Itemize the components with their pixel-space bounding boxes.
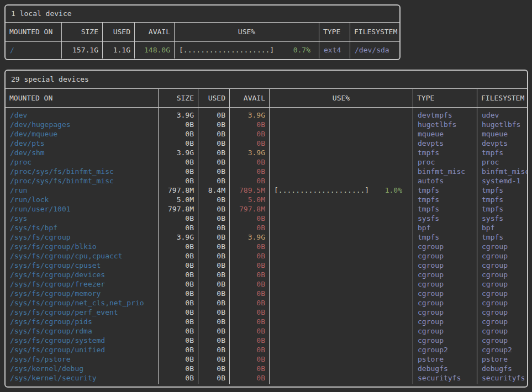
usage-cell: [270, 345, 413, 354]
filesystem-name: cgroup: [477, 317, 527, 326]
avail-value: 3.9G: [230, 148, 270, 157]
mount-point: /run/user/1001: [6, 204, 159, 214]
table-body: /dev3.9G0B3.9Gdevtmpfsudev/dev/hugepages…: [6, 108, 527, 384]
usage-bar: [....................]: [274, 186, 369, 195]
fs-type: bpf: [413, 223, 477, 232]
filesystem-name: cgroup: [477, 289, 527, 298]
mount-point: /sys/fs/cgroup/systemd: [6, 336, 159, 345]
filesystem-name: cgroup: [477, 279, 527, 289]
filesystem-name: systemd-1: [477, 176, 527, 186]
avail-value: 0B: [230, 214, 270, 223]
fs-type: tmpfs: [413, 195, 477, 204]
used-value: 0B: [198, 148, 230, 157]
filesystem-name: sysfs: [477, 214, 527, 223]
mount-point: /sys/kernel/security: [6, 373, 159, 383]
used-value: 0B: [198, 251, 230, 261]
filesystem-row: /dev/pts0B0B0Bdevptsdevpts: [6, 139, 527, 148]
filesystem-row: /sys/fs/cgroup/pids0B0B0Bcgroupcgroup: [6, 317, 527, 326]
used-value: 0B: [198, 298, 230, 308]
filesystem-row: /dev3.9G0B3.9Gdevtmpfsudev: [6, 110, 527, 120]
filesystem-name: securityfs: [477, 373, 527, 383]
fs-type: cgroup: [413, 308, 477, 317]
filesystem-row: /sys/kernel/security0B0B0Bsecurityfssecu…: [6, 373, 527, 383]
avail-value: 0B: [230, 223, 270, 232]
filesystem-row: /sys/fs/cgroup/blkio0B0B0Bcgroupcgroup: [6, 242, 527, 251]
filesystem-name: tmpfs: [477, 148, 527, 157]
used-value: 0B: [198, 279, 230, 289]
filesystem-row: /sys/fs/cgroup/freezer0B0B0Bcgroupcgroup: [6, 279, 527, 289]
size-value: 0B: [159, 308, 198, 317]
usage-cell: [270, 364, 413, 373]
mount-point: /sys: [6, 214, 159, 223]
filesystem-row: /sys/fs/pstore0B0B0Bpstorepstore: [6, 354, 527, 364]
size-value: 157.1G: [62, 42, 103, 59]
filesystem-row: /proc0B0B0Bprocproc: [6, 157, 527, 167]
filesystem-row: /run797.8M8.4M789.5M[...................…: [6, 186, 527, 195]
mount-point: /sys/fs/cgroup/rdma: [6, 326, 159, 336]
used-value: 0B: [198, 336, 230, 345]
fs-type: cgroup: [413, 251, 477, 261]
size-value: 0B: [159, 326, 198, 336]
usage-cell: [270, 110, 413, 120]
size-value: 797.8M: [159, 204, 198, 214]
size-value: 0B: [159, 176, 198, 186]
used-value: 0B: [198, 195, 230, 204]
column-header-filesystem: FILESYSTEM: [350, 23, 399, 41]
mount-point: /sys/kernel/debug: [6, 364, 159, 373]
avail-value: 0B: [230, 120, 270, 129]
avail-value: 0B: [230, 261, 270, 270]
filesystem-row: /dev/mqueue0B0B0Bmqueuemqueue: [6, 129, 527, 139]
used-value: 0B: [198, 232, 230, 242]
avail-value: 789.5M: [230, 186, 270, 195]
size-value: 0B: [159, 345, 198, 354]
fs-type: cgroup: [413, 326, 477, 336]
usage-cell: [270, 289, 413, 298]
column-header-used: USED: [198, 89, 230, 107]
mount-point: /sys/fs/cgroup/pids: [6, 317, 159, 326]
fs-type: cgroup: [413, 289, 477, 298]
size-value: 0B: [159, 336, 198, 345]
avail-value: 0B: [230, 298, 270, 308]
table-body: /157.1G1.1G148.0G[....................]0…: [6, 42, 399, 59]
fs-type: autofs: [413, 176, 477, 186]
mount-point: /sys/fs/cgroup/net_cls,net_prio: [6, 298, 159, 308]
used-value: 0B: [198, 167, 230, 176]
column-header-use-: USE%: [270, 89, 413, 107]
size-value: 5.0M: [159, 195, 198, 204]
mount-point: /run: [6, 186, 159, 195]
used-value: 1.1G: [103, 42, 135, 59]
used-value: 0B: [198, 129, 230, 139]
used-value: 0B: [198, 289, 230, 298]
avail-value: 0B: [230, 279, 270, 289]
mount-point: /sys/fs/cgroup: [6, 232, 159, 242]
filesystem-name: /dev/sda: [350, 42, 399, 59]
filesystem-name: binfmt_misc: [477, 167, 527, 176]
mount-point: /sys/fs/cgroup/memory: [6, 289, 159, 298]
used-value: 0B: [198, 373, 230, 383]
used-value: 0B: [198, 354, 230, 364]
filesystem-name: udev: [477, 110, 527, 120]
used-value: 0B: [198, 176, 230, 186]
mount-point: /dev/mqueue: [6, 129, 159, 139]
usage-cell: [270, 251, 413, 261]
size-value: 0B: [159, 373, 198, 383]
fs-type: debugfs: [413, 364, 477, 373]
column-header-type: TYPE: [413, 89, 477, 107]
mount-point: /dev/shm: [6, 148, 159, 157]
column-header-use-: USE%: [175, 23, 319, 41]
fs-type: tmpfs: [413, 204, 477, 214]
usage-cell: [270, 298, 413, 308]
filesystem-row: /sys/fs/cgroup/devices0B0B0Bcgroupcgroup: [6, 270, 527, 279]
used-value: 0B: [198, 242, 230, 251]
mount-point: /sys/fs/cgroup/cpuset: [6, 261, 159, 270]
mount-point: /sys/fs/cgroup/perf_event: [6, 308, 159, 317]
size-value: 0B: [159, 242, 198, 251]
avail-value: 0B: [230, 157, 270, 167]
filesystem-name: cgroup: [477, 270, 527, 279]
used-value: 0B: [198, 110, 230, 120]
filesystem-name: cgroup: [477, 298, 527, 308]
mount-point: /dev/hugepages: [6, 120, 159, 129]
filesystem-row: /run/user/1001797.8M0B797.8Mtmpfstmpfs: [6, 204, 527, 214]
size-value: 0B: [159, 279, 198, 289]
column-header-size: SIZE: [62, 23, 103, 41]
